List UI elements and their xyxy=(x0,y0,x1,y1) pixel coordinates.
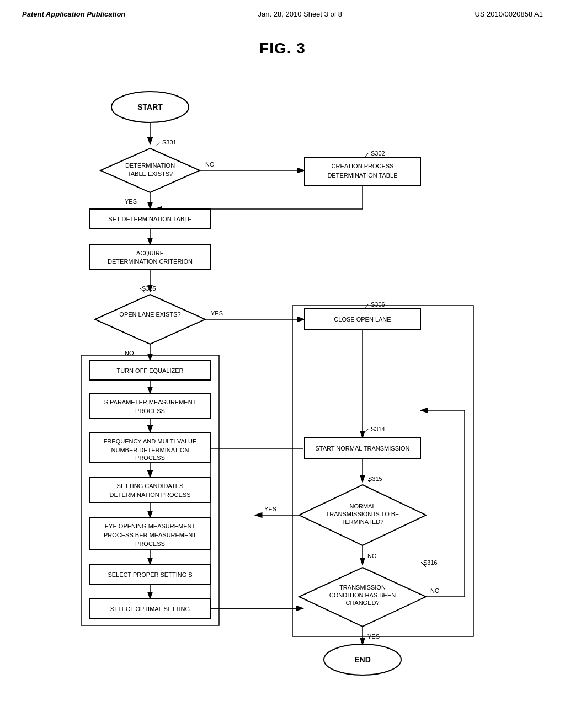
freq-multi-label2: NUMBER DETERMINATION xyxy=(111,447,189,453)
svg-line-3 xyxy=(156,142,160,147)
acquire-det-label1: ACQUIRE xyxy=(136,250,164,256)
creation-process-label1: CREATION PROCESS xyxy=(332,163,394,169)
creation-process-label2: DETERMINATION TABLE xyxy=(327,172,397,179)
page: Patent Application Publication Jan. 28, … xyxy=(0,0,565,728)
end-label: END xyxy=(354,655,371,664)
s302-label: S302 xyxy=(371,150,385,157)
header-right: US 2010/0020858 A1 xyxy=(475,10,543,18)
yes1-label: YES xyxy=(125,198,137,205)
setting-cand-label2: DETERMINATION PROCESS xyxy=(109,491,190,498)
yes2-label: YES xyxy=(211,310,223,317)
header-center: Jan. 28, 2010 Sheet 3 of 8 xyxy=(258,10,343,18)
figure-title: FIG. 3 xyxy=(0,40,565,57)
determination-table-label: DETERMINATION xyxy=(125,162,175,169)
svg-line-49 xyxy=(364,429,369,433)
header-left: Patent Application Publication xyxy=(22,10,125,18)
determination-table-label2: TABLE EXISTS? xyxy=(127,170,173,177)
svg-rect-34 xyxy=(89,478,211,502)
no4-label: NO xyxy=(430,587,440,594)
start-normal-label: START NORMAL TRANSMISSION xyxy=(315,445,409,452)
s305-label: S305 xyxy=(142,285,156,292)
eye-opening-label1: EYE OPENING MEASUREMENT xyxy=(105,523,196,529)
trans-cond-label2: CONDITION HAS BEEN xyxy=(329,592,396,598)
no1-label: NO xyxy=(205,161,215,168)
eye-opening-label3: PROCESS xyxy=(135,540,165,547)
s-param-label2: PROCESS xyxy=(135,408,165,414)
select-proper-label: SELECT PROPER SETTING S xyxy=(108,571,192,578)
yes3-label: YES xyxy=(264,506,276,512)
trans-cond-label3: CHANGED? xyxy=(345,599,379,606)
s-param-label1: S PARAMETER MEASUREMENT xyxy=(104,399,196,405)
svg-marker-18 xyxy=(95,295,205,344)
svg-rect-15 xyxy=(89,245,211,270)
set-det-table-label: SET DETERMINATION TABLE xyxy=(108,216,191,222)
flowchart-svg: START S301 DETERMINATION TABLE EXISTS? N… xyxy=(0,63,565,714)
close-open-lane-label: CLOSE OPEN LANE xyxy=(334,316,391,323)
s301-label: S301 xyxy=(162,139,177,146)
normal-trans-label2: TRANSMISSION IS TO BE xyxy=(326,511,399,517)
s315-label: S315 xyxy=(368,475,382,482)
turn-off-eq-label: TURN OFF EQUALIZER xyxy=(116,367,183,374)
trans-cond-label1: TRANSMISSION xyxy=(339,584,386,591)
open-lane-label1: OPEN LANE EXISTS? xyxy=(119,311,180,318)
start-label: START xyxy=(137,103,163,111)
svg-rect-7 xyxy=(305,158,420,185)
svg-rect-28 xyxy=(89,394,211,419)
normal-trans-label1: NORMAL xyxy=(349,503,375,510)
acquire-det-label2: DETERMINATION CRITERION xyxy=(108,258,193,265)
freq-multi-label3: PROCESS xyxy=(135,454,165,461)
select-optimal-label: SELECT OPTIMAL SETTING xyxy=(110,606,190,612)
freq-multi-label1: FREQUENCY AND MULTI-VALUE xyxy=(104,438,197,445)
s314-label: S314 xyxy=(371,426,385,432)
eye-opening-label2: PROCESS BER MEASUREMENT xyxy=(104,532,196,538)
diagram-area: START S301 DETERMINATION TABLE EXISTS? N… xyxy=(0,63,565,714)
svg-line-6 xyxy=(364,153,369,158)
normal-trans-label3: TERMINATED? xyxy=(342,518,384,525)
setting-cand-label1: SETTING CANDIDATES xyxy=(117,483,184,489)
s306-label: S306 xyxy=(371,301,385,308)
header: Patent Application Publication Jan. 28, … xyxy=(0,0,565,23)
s316-label: S316 xyxy=(423,559,438,566)
no3-label: NO xyxy=(367,553,377,559)
